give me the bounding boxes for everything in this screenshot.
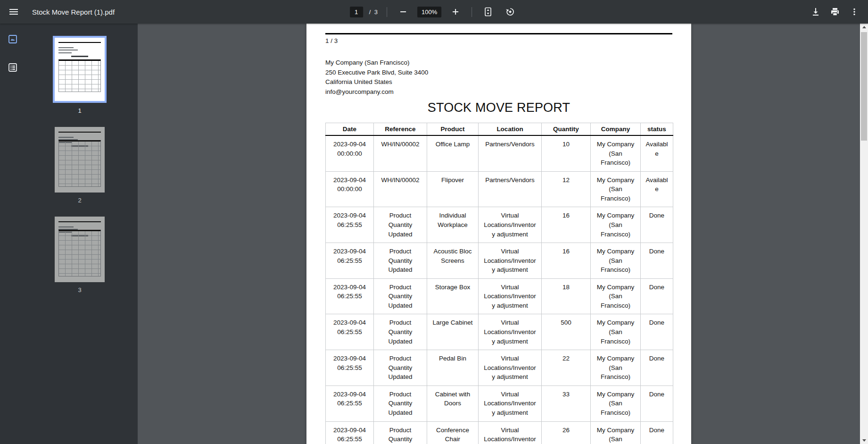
page-thumbnail-3[interactable]: 3	[55, 217, 105, 306]
thumbnails-view-icon	[8, 34, 17, 44]
table-cell: 2023-09-04 06:25:55	[326, 385, 374, 421]
table-cell: Flipover	[427, 171, 479, 207]
kebab-menu-icon	[850, 8, 859, 16]
table-cell: 10	[542, 135, 591, 171]
table-cell: My Company (San Francisco)	[591, 314, 641, 350]
scrollbar-thumb[interactable]	[861, 32, 867, 141]
table-cell: 2023-09-04 00:00:00	[326, 135, 374, 171]
vertical-scrollbar[interactable]	[860, 24, 868, 444]
table-cell: 33	[542, 385, 591, 421]
table-cell: My Company (San Francisco)	[591, 135, 641, 171]
table-cell: Product Quantity Updated	[374, 385, 427, 421]
page-number-input[interactable]	[350, 7, 363, 17]
table-cell: My Company (San Francisco)	[591, 207, 641, 243]
table-cell: WH/IN/00002	[374, 171, 427, 207]
table-cell: Done	[641, 421, 673, 444]
scroll-up-button[interactable]	[860, 24, 868, 31]
table-cell: 26	[542, 421, 591, 444]
page-count-label: / 3	[369, 8, 379, 16]
table-cell: Done	[641, 243, 673, 279]
document-title: Stock Move Report (1).pdf	[32, 8, 115, 16]
fit-to-page-button[interactable]	[480, 4, 496, 20]
page-thumbnail-1[interactable]: 1	[53, 36, 107, 127]
table-cell: My Company (San Francisco)	[591, 171, 641, 207]
scroll-down-button[interactable]	[860, 437, 868, 444]
stock-move-table: DateReferenceProductLocationQuantityComp…	[325, 123, 673, 444]
table-cell: Virtual Locations/Inventory adjustment	[479, 243, 542, 279]
table-cell: 2023-09-04 06:25:55	[326, 421, 374, 444]
table-header-row: DateReferenceProductLocationQuantityComp…	[326, 123, 673, 136]
table-cell: 2023-09-04 00:00:00	[326, 171, 374, 207]
column-header: Date	[326, 123, 374, 136]
table-row: 2023-09-04 00:00:00WH/IN/00002FlipoverPa…	[326, 171, 673, 207]
table-row: 2023-09-04 06:25:55Product Quantity Upda…	[326, 350, 673, 386]
thumbnail-page-preview	[55, 217, 105, 282]
thumbnails-view-button[interactable]	[4, 31, 21, 48]
scroll-down-icon	[862, 439, 866, 442]
table-cell: 2023-09-04 06:25:55	[326, 314, 374, 350]
table-cell: Done	[641, 278, 673, 314]
table-cell: 18	[542, 278, 591, 314]
document-viewport: 1 / 3 My Company (San Francisco) 250 Exe…	[138, 24, 860, 444]
zoom-out-button[interactable]	[395, 4, 411, 20]
fit-page-icon	[483, 7, 493, 17]
table-cell: 16	[542, 207, 591, 243]
pdf-page-1: 1 / 3 My Company (San Francisco) 250 Exe…	[306, 24, 691, 444]
zoom-level-button[interactable]: 100%	[417, 7, 441, 17]
table-cell: Done	[641, 350, 673, 386]
table-cell: 2023-09-04 06:25:55	[326, 243, 374, 279]
download-button[interactable]	[808, 4, 824, 20]
table-cell: Storage Box	[427, 278, 479, 314]
table-cell: Virtual Locations/Inventory adjustment	[479, 314, 542, 350]
column-header: Product	[427, 123, 479, 136]
thumbnail-sidebar: 123	[0, 24, 138, 444]
table-cell: Product Quantity Updated	[374, 278, 427, 314]
table-cell: Pedal Bin	[427, 350, 479, 386]
page-thumbnail-2[interactable]: 2	[55, 127, 105, 217]
company-block: My Company (San Francisco) 250 Executive…	[325, 58, 672, 97]
table-cell: Available	[641, 171, 673, 207]
rotate-counterclockwise-icon	[505, 7, 515, 17]
table-cell: Cabinet with Doors	[427, 385, 479, 421]
outline-view-button[interactable]	[4, 59, 21, 76]
table-cell: My Company (San Francisco)	[591, 350, 641, 386]
table-cell: Partners/Vendors	[479, 135, 542, 171]
table-cell: Product Quantity Updated	[374, 350, 427, 386]
table-cell: My Company (San Francisco)	[591, 385, 641, 421]
table-cell: Acoustic Bloc Screens	[427, 243, 479, 279]
table-cell: 16	[542, 243, 591, 279]
table-cell: 22	[542, 350, 591, 386]
table-cell: Partners/Vendors	[479, 171, 542, 207]
table-cell: 2023-09-04 06:25:55	[326, 278, 374, 314]
print-icon	[830, 7, 840, 17]
table-cell: Virtual Locations/Inventory adjustment	[479, 385, 542, 421]
toolbar-divider	[387, 7, 387, 17]
table-cell: My Company (San Francisco)	[591, 243, 641, 279]
header-rule	[325, 33, 672, 34]
thumbnail-list: 123	[22, 24, 138, 444]
hamburger-icon	[9, 7, 18, 17]
toolbar: Stock Move Report (1).pdf / 3 100%	[0, 0, 868, 24]
column-header: Reference	[374, 123, 427, 136]
table-row: 2023-09-04 06:25:55Product Quantity Upda…	[326, 314, 673, 350]
plus-icon	[451, 8, 460, 16]
column-header: status	[641, 123, 673, 136]
table-cell: Virtual Locations/Inventory adjustment	[479, 421, 542, 444]
print-button[interactable]	[827, 4, 843, 20]
table-row: 2023-09-04 06:25:55Product Quantity Upda…	[326, 278, 673, 314]
table-cell: 500	[542, 314, 591, 350]
minus-icon	[399, 8, 407, 16]
zoom-in-button[interactable]	[447, 4, 463, 20]
table-cell: My Company (San Francisco)	[591, 278, 641, 314]
table-cell: Product Quantity Updated	[374, 421, 427, 444]
table-cell: Virtual Locations/Inventory adjustment	[479, 350, 542, 386]
rotate-button[interactable]	[502, 4, 518, 20]
more-options-button[interactable]	[846, 4, 862, 20]
table-row: 2023-09-04 06:25:55Product Quantity Upda…	[326, 421, 673, 444]
table-cell: 2023-09-04 06:25:55	[326, 207, 374, 243]
column-header: Location	[479, 123, 542, 136]
table-cell: Product Quantity Updated	[374, 243, 427, 279]
table-row: 2023-09-04 00:00:00WH/IN/00002Office Lam…	[326, 135, 673, 171]
menu-button[interactable]	[6, 4, 22, 20]
thumbnail-page-number: 3	[78, 286, 81, 293]
